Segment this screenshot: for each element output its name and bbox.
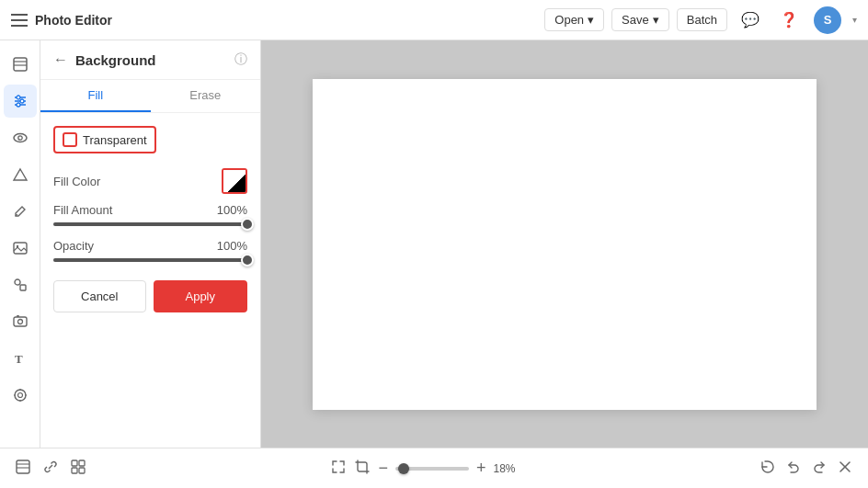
avatar-chevron-icon[interactable]: ▾	[852, 15, 857, 25]
opacity-header: Opacity 100%	[53, 239, 247, 253]
svg-point-7	[20, 99, 24, 103]
sidebar-icon-image[interactable]	[4, 232, 37, 265]
undo-icon[interactable]	[785, 459, 802, 479]
panel: ← Background ⓘ Fill Erase Transparent Fi…	[40, 40, 261, 448]
bottom-center: − + 18%	[330, 459, 515, 479]
sidebar-icon-brush[interactable]	[4, 195, 37, 228]
zoom-value: 18%	[494, 462, 516, 475]
batch-button[interactable]: Batch	[677, 8, 727, 31]
svg-text:T: T	[15, 352, 23, 366]
app-title: Photo Editor	[35, 13, 112, 28]
transparent-label: Transparent	[83, 133, 147, 147]
cancel-button[interactable]: Cancel	[53, 280, 146, 312]
panel-tabs: Fill Erase	[40, 80, 260, 113]
transparent-checkbox[interactable]	[63, 132, 77, 147]
topbar: Photo Editor Open ▾ Save ▾ Batch 💬 ❓ S ▾	[0, 0, 868, 40]
chat-icon[interactable]: 💬	[737, 6, 764, 34]
fill-color-row: Fill Color	[53, 168, 247, 194]
svg-rect-15	[14, 317, 27, 326]
opacity-label: Opacity	[53, 239, 94, 253]
zoom-slider[interactable]	[395, 467, 469, 471]
tab-erase[interactable]: Erase	[151, 80, 261, 112]
svg-rect-31	[79, 468, 85, 473]
apply-button[interactable]: Apply	[154, 280, 248, 312]
close-icon[interactable]	[837, 459, 853, 479]
svg-point-8	[17, 103, 20, 107]
fill-color-swatch[interactable]	[222, 168, 247, 194]
save-button[interactable]: Save ▾	[611, 8, 669, 31]
bottom-right	[760, 459, 853, 479]
sidebar-icon-adjustments[interactable]	[4, 85, 37, 118]
zoom-thumb[interactable]	[398, 463, 409, 474]
sidebar-icon-eye[interactable]	[4, 121, 37, 154]
info-icon[interactable]: ⓘ	[234, 51, 247, 68]
svg-point-6	[17, 96, 20, 99]
fill-amount-value: 100%	[217, 203, 247, 217]
svg-rect-0	[14, 58, 27, 71]
fit-screen-icon[interactable]	[330, 459, 347, 479]
icon-sidebar: T	[0, 40, 40, 448]
fill-amount-thumb[interactable]	[241, 218, 254, 231]
open-button[interactable]: Open ▾	[544, 8, 604, 31]
crop-icon[interactable]	[354, 459, 371, 479]
main: T ← Background ⓘ Fill Erase	[0, 40, 868, 448]
topbar-center: Open ▾ Save ▾ Batch	[544, 8, 727, 31]
sidebar-icon-shapes[interactable]	[4, 158, 37, 191]
btn-row: Cancel Apply	[53, 280, 247, 312]
open-chevron-icon: ▾	[588, 13, 594, 27]
reset-icon[interactable]	[760, 459, 776, 479]
fill-amount-slider-row: Fill Amount 100%	[53, 203, 247, 226]
tab-fill[interactable]: Fill	[40, 80, 151, 112]
svg-point-20	[17, 393, 22, 398]
opacity-thumb[interactable]	[241, 254, 254, 267]
link-icon[interactable]	[42, 459, 59, 479]
transparent-row: Transparent	[53, 126, 156, 153]
grid-icon[interactable]	[70, 459, 86, 479]
redo-icon[interactable]	[811, 459, 828, 479]
bottom-left	[15, 459, 86, 479]
fill-amount-label: Fill Amount	[53, 203, 112, 217]
svg-rect-14	[20, 285, 26, 290]
sidebar-icon-effects[interactable]	[4, 379, 37, 412]
opacity-value: 100%	[217, 239, 247, 253]
save-chevron-icon: ▾	[653, 13, 659, 27]
svg-point-19	[15, 390, 26, 401]
fill-amount-header: Fill Amount 100%	[53, 203, 247, 217]
svg-point-16	[17, 320, 22, 324]
fill-color-label: Fill Color	[53, 175, 100, 188]
sidebar-icon-photo[interactable]	[4, 305, 37, 338]
svg-point-10	[17, 136, 21, 140]
zoom-in-button[interactable]: +	[476, 459, 486, 478]
opacity-slider-row: Opacity 100%	[53, 239, 247, 262]
sidebar-icon-objects[interactable]	[4, 268, 37, 301]
svg-rect-28	[72, 460, 77, 466]
fill-amount-track[interactable]	[53, 222, 247, 226]
svg-rect-17	[17, 315, 19, 317]
svg-rect-30	[72, 468, 77, 473]
canvas	[313, 79, 817, 410]
svg-rect-11	[14, 243, 27, 254]
svg-point-9	[14, 134, 27, 142]
menu-icon[interactable]	[11, 14, 28, 27]
topbar-left: Photo Editor	[11, 13, 535, 28]
panel-title: Background	[75, 52, 227, 68]
svg-point-12	[16, 245, 17, 247]
help-icon[interactable]: ❓	[775, 6, 803, 34]
svg-rect-25	[17, 460, 29, 473]
back-button[interactable]: ←	[53, 51, 68, 68]
opacity-track[interactable]	[53, 258, 247, 262]
sidebar-icon-layers[interactable]	[4, 48, 37, 81]
svg-point-13	[15, 279, 20, 285]
layers-bottom-icon[interactable]	[15, 459, 31, 479]
topbar-right: 💬 ❓ S ▾	[737, 6, 857, 34]
zoom-out-button[interactable]: −	[378, 459, 388, 478]
panel-header: ← Background ⓘ	[40, 40, 260, 80]
sidebar-icon-text[interactable]: T	[4, 342, 37, 375]
avatar[interactable]: S	[814, 6, 841, 34]
svg-rect-29	[79, 460, 85, 466]
canvas-area	[261, 40, 868, 448]
bottombar: − + 18%	[0, 448, 868, 488]
panel-body: Transparent Fill Color Fill Amount 100%	[40, 113, 260, 325]
